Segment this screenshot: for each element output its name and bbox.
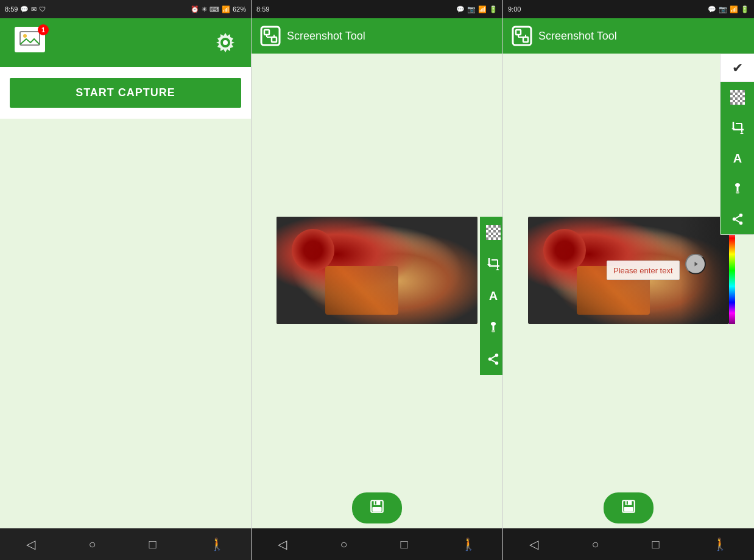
screenshot-tool-logo-2 xyxy=(260,26,281,46)
crop-tool-3[interactable] xyxy=(721,113,754,143)
gallery-button[interactable]: 1 xyxy=(15,27,46,58)
aviary-button[interactable] xyxy=(685,254,706,275)
home-nav-3[interactable]: ○ xyxy=(582,533,608,556)
panel2-header: Screenshot Tool xyxy=(252,18,502,54)
time-label-3: 9:00 xyxy=(508,5,521,13)
text-tool-3[interactable]: A xyxy=(721,143,754,173)
save-icon-2 xyxy=(369,499,385,514)
food-image-inner-2 xyxy=(277,217,477,324)
bottom-nav-1: ◁ ○ □ 🚶 xyxy=(0,528,251,560)
svg-line-47 xyxy=(735,219,741,223)
back-nav-3[interactable]: ◁ xyxy=(520,532,548,556)
whatsapp-icon-2: 💬 xyxy=(456,5,465,13)
text-input-overlay[interactable]: Please enter text xyxy=(607,261,680,280)
food-image-3: Please enter text xyxy=(528,217,729,324)
svg-point-42 xyxy=(736,191,739,194)
svg-rect-53 xyxy=(627,501,628,504)
signal-icon: 📶 xyxy=(222,5,230,13)
signal-icon-3: 📶 xyxy=(730,5,738,13)
accessibility-nav-2[interactable]: 🚶 xyxy=(451,532,486,556)
share-tool-3[interactable] xyxy=(721,204,754,234)
whatsapp-icon-3: 💬 xyxy=(708,5,716,13)
brush-tool-3[interactable] xyxy=(721,173,754,204)
save-button-3[interactable] xyxy=(604,492,654,523)
accessibility-nav-1[interactable]: 🚶 xyxy=(200,532,234,556)
bottom-nav-3: ◁ ○ □ 🚶 xyxy=(503,528,754,560)
message-icon: ✉ xyxy=(31,5,37,13)
screenshot-tool-logo-3 xyxy=(512,26,532,46)
battery-label-1: 62% xyxy=(233,5,246,13)
svg-rect-26 xyxy=(372,507,381,512)
crop-icon-3 xyxy=(731,121,744,135)
panel2-bottom xyxy=(252,487,502,528)
svg-rect-25 xyxy=(374,500,381,505)
bottom-nav-2: ◁ ○ □ 🚶 xyxy=(252,528,502,560)
recents-nav-3[interactable]: □ xyxy=(642,533,669,556)
svg-rect-0 xyxy=(20,32,40,45)
gallery-icon-svg xyxy=(19,31,40,48)
battery-icon-3: 🔋 xyxy=(741,5,749,13)
whatsapp-icon: 💬 xyxy=(20,5,29,13)
panel3-header: Screenshot Tool xyxy=(503,18,754,54)
screenshot-icon-svg-2 xyxy=(260,26,281,46)
checker-icon-2 xyxy=(486,225,501,240)
confirm-checkmark-button[interactable]: ✔ xyxy=(721,54,754,82)
svg-rect-5 xyxy=(264,30,269,35)
panel1-content-area xyxy=(0,119,251,528)
panel2-body: A xyxy=(252,54,502,487)
svg-rect-17 xyxy=(493,325,495,331)
svg-rect-27 xyxy=(375,501,376,504)
bluetooth-icon: ✳ xyxy=(202,5,207,13)
image-editing-area-3: Please enter text xyxy=(528,217,729,324)
text-icon-2: A xyxy=(489,289,498,303)
back-nav-1[interactable]: ◁ xyxy=(16,532,45,556)
app-icon-2: 📷 xyxy=(467,5,476,13)
home-nav-1[interactable]: ○ xyxy=(79,533,105,556)
svg-line-23 xyxy=(490,359,497,363)
svg-point-18 xyxy=(492,330,495,332)
svg-marker-15 xyxy=(496,268,499,270)
crop-icon-2 xyxy=(487,257,500,271)
share-icon-3 xyxy=(731,212,744,226)
save-button-2[interactable] xyxy=(352,492,402,523)
svg-line-22 xyxy=(490,355,497,359)
app-header-1: 1 xyxy=(0,18,251,67)
start-capture-button[interactable]: START CAPTURE xyxy=(10,78,241,108)
food-image-2 xyxy=(277,217,477,324)
accessibility-nav-3[interactable]: 🚶 xyxy=(703,532,738,556)
svg-rect-30 xyxy=(523,37,528,42)
checker-tool-3[interactable] xyxy=(721,82,754,113)
shield-icon: 🛡 xyxy=(39,5,46,13)
screenshot-icon-svg-3 xyxy=(512,26,532,46)
gear-icon-svg xyxy=(214,32,236,54)
save-icon-3 xyxy=(621,499,636,514)
panel2-title: Screenshot Tool xyxy=(287,30,365,43)
checker-icon-3 xyxy=(730,90,745,105)
back-nav-2[interactable]: ◁ xyxy=(268,532,297,556)
image-editing-area-2: A xyxy=(277,217,477,324)
home-nav-2[interactable]: ○ xyxy=(330,533,357,556)
keyboard-icon: ⌨ xyxy=(210,5,219,13)
svg-line-46 xyxy=(735,215,741,219)
status-bar-1: 8:59 💬 ✉ 🛡 ⏰ ✳ ⌨ 📶 62% xyxy=(0,0,251,18)
panel3-title: Screenshot Tool xyxy=(538,30,617,43)
svg-rect-6 xyxy=(272,37,277,42)
panel-screenshot-tool-edit: 9:00 💬 📷 📶 🔋 Screenshot Tool ✔ xyxy=(502,0,754,560)
share-icon-2 xyxy=(487,352,500,366)
status-right-3: 💬 📷 📶 🔋 xyxy=(708,5,749,13)
svg-marker-39 xyxy=(740,132,744,134)
panel-screenshot-tool: 8:59 💬 📷 📶 🔋 Screenshot Tool xyxy=(251,0,502,560)
status-bar-3: 9:00 💬 📷 📶 🔋 xyxy=(503,0,754,18)
settings-button[interactable] xyxy=(214,32,236,54)
alarm-icon: ⏰ xyxy=(191,5,199,13)
panel3-bottom xyxy=(503,487,754,528)
signal-icon-2: 📶 xyxy=(478,5,487,13)
aviary-icon xyxy=(690,259,701,270)
svg-point-1 xyxy=(23,34,27,38)
recents-nav-1[interactable]: □ xyxy=(139,533,166,556)
recents-nav-2[interactable]: □ xyxy=(390,533,417,556)
status-right-1: ⏰ ✳ ⌨ 📶 62% xyxy=(191,5,246,13)
panel-main-app: 8:59 💬 ✉ 🛡 ⏰ ✳ ⌨ 📶 62% 1 xyxy=(0,0,251,560)
status-time-1: 8:59 💬 ✉ 🛡 xyxy=(5,5,46,13)
notification-badge: 1 xyxy=(38,24,49,35)
